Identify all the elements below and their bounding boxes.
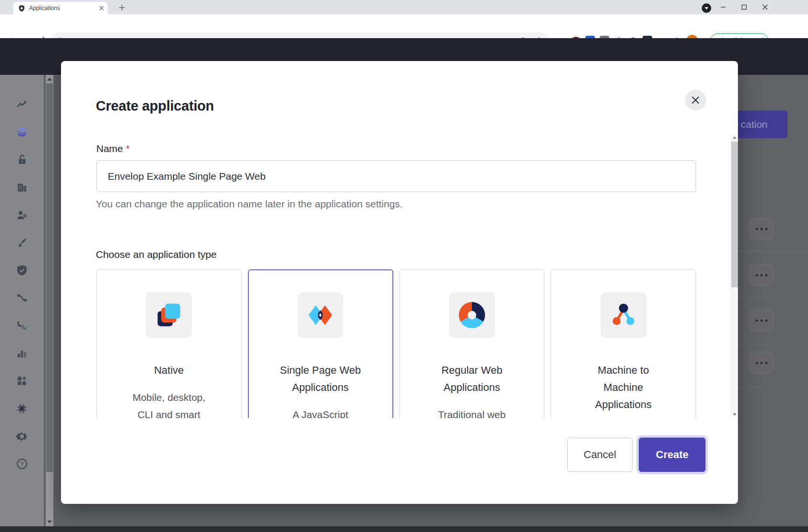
card-regular-web[interactable]: Regular Web Applications Traditional web <box>399 269 545 418</box>
sidebar-item-settings[interactable] <box>16 430 28 442</box>
spa-icon <box>297 292 343 338</box>
row-divider <box>738 297 808 298</box>
row-divider <box>738 344 808 344</box>
sidebar-item-marketplace[interactable] <box>16 375 28 387</box>
card-machine-to-machine[interactable]: Machine to Machine Applications <box>551 269 696 418</box>
card-title: Regular Web Applications <box>427 362 517 396</box>
modal-scrollbar-thumb[interactable] <box>731 142 738 287</box>
close-icon <box>691 96 700 104</box>
machine-to-machine-icon <box>601 292 646 338</box>
app-sidebar: ? <box>0 75 44 526</box>
regular-web-icon <box>449 292 495 338</box>
card-native[interactable]: Native Mobile, desktop, CLI and smart <box>96 269 242 418</box>
cancel-button[interactable]: Cancel <box>567 438 633 472</box>
application-name-input[interactable] <box>96 160 696 192</box>
scroll-down-icon <box>47 521 52 523</box>
browser-toolbar: manage.auth0.com/dashboard/eu/dream-watc… <box>0 14 808 38</box>
scroll-up-icon <box>47 78 52 81</box>
sidebar-item-organizations[interactable] <box>16 181 28 194</box>
card-description: Mobile, desktop, CLI and smart <box>128 389 209 418</box>
browser-titlebar: Applications <box>0 0 808 14</box>
sidebar-item-security[interactable] <box>16 264 28 276</box>
name-label: Name* <box>96 143 130 154</box>
choose-type-label: Choose an application type <box>96 249 216 260</box>
window-maximize-button[interactable] <box>737 3 751 11</box>
create-button[interactable]: Create <box>639 438 706 472</box>
auth0-favicon-icon <box>18 5 25 12</box>
page-bottom-strip <box>0 526 808 532</box>
sidebar-item-extensions[interactable] <box>16 402 28 415</box>
modal-body: Name* You can change the application nam… <box>61 133 738 418</box>
tab-close-icon[interactable] <box>99 6 104 10</box>
window-close-button[interactable] <box>758 3 772 11</box>
app-row-menu-button[interactable] <box>749 352 774 374</box>
card-single-page-web[interactable]: Single Page Web Applications A JavaScrip… <box>248 269 393 418</box>
sidebar-item-auth-pipeline[interactable] <box>16 319 28 332</box>
modal-title: Create application <box>96 98 214 114</box>
sidebar-item-monitoring[interactable] <box>16 347 28 359</box>
card-description: A JavaScript <box>280 406 361 418</box>
sidebar-item-activity[interactable] <box>16 98 28 111</box>
app-row-menu-button[interactable] <box>749 309 774 331</box>
scroll-up-icon <box>733 136 736 139</box>
row-divider <box>738 251 808 252</box>
sidebar-item-applications[interactable] <box>16 126 28 138</box>
sidebar-scrollbar-thumb[interactable] <box>46 83 53 472</box>
create-application-modal: Create application Name* You can change … <box>61 61 738 504</box>
new-tab-button[interactable] <box>116 2 128 13</box>
window-minimize-button[interactable] <box>716 3 730 11</box>
sidebar-item-actions[interactable] <box>16 292 28 304</box>
sidebar-item-help[interactable]: ? <box>16 458 28 470</box>
native-icon <box>146 292 192 338</box>
browser-tab[interactable]: Applications <box>13 2 108 14</box>
card-title: Native <box>123 362 214 379</box>
required-asterisk: * <box>126 143 130 154</box>
name-helper-text: You can change the application name late… <box>96 198 403 210</box>
scroll-down-icon <box>733 413 736 416</box>
card-description: Traditional web <box>431 406 512 418</box>
svg-text:?: ? <box>20 460 23 468</box>
app-row-menu-button[interactable] <box>749 264 774 286</box>
sidebar-item-authentication[interactable] <box>16 153 28 166</box>
create-application-button-clipped[interactable]: cation <box>738 111 788 138</box>
tab-search-icon[interactable] <box>702 3 711 13</box>
row-divider <box>738 387 808 388</box>
application-type-cards: Native Mobile, desktop, CLI and smart Si… <box>96 269 696 418</box>
app-row-menu-button[interactable] <box>749 218 774 240</box>
card-title: Machine to Machine Applications <box>578 362 669 413</box>
modal-scrollbar[interactable] <box>731 135 737 417</box>
modal-footer: Cancel Create <box>567 438 706 472</box>
sidebar-scrollbar[interactable] <box>46 75 53 526</box>
tab-title: Applications <box>29 5 99 11</box>
sidebar-item-branding[interactable] <box>16 236 28 249</box>
sidebar-item-user-management[interactable] <box>16 209 28 221</box>
modal-close-button[interactable] <box>685 90 706 111</box>
card-title: Single Page Web Applications <box>275 362 366 396</box>
